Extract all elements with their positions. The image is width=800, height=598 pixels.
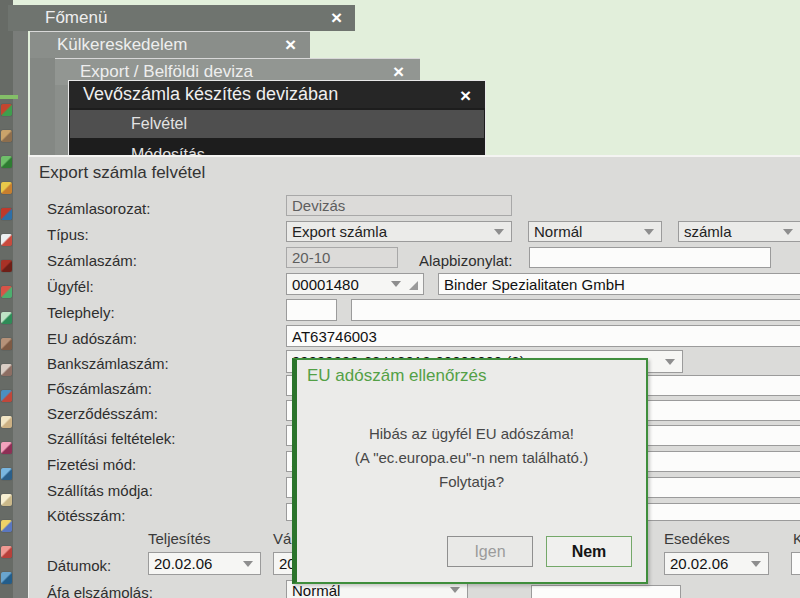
label-szamlaszam: Számlaszám: (47, 252, 137, 269)
label-szallitasi-feltetelek: Szállítási feltételek: (47, 430, 175, 447)
datum-esedekes-value: 20.02.06 (670, 555, 728, 572)
chevron-down-icon (494, 229, 504, 235)
field-alapbizonylat[interactable] (529, 247, 771, 268)
label-alapbizonylat: Alapbizonylat: (419, 252, 512, 269)
no-button[interactable]: Nem (546, 536, 632, 567)
combo-normal-value: Normál (534, 223, 582, 240)
notes-green-icon[interactable] (1, 312, 12, 324)
combo-ugyfel-kod[interactable]: 00001480 (286, 273, 424, 295)
dialog-message-line2: (A "ec.europa.eu"-n nem található.) (297, 446, 646, 470)
book-red-icon[interactable] (1, 208, 12, 220)
label-szerzodesszam: Szerződésszám: (47, 405, 158, 422)
tools-icon[interactable] (1, 468, 12, 480)
label-fizetesi-mod: Fizetési mód: (47, 456, 136, 473)
green-divider (0, 95, 18, 99)
label-ugyfel: Ügyfél: (47, 278, 94, 295)
kulker-title-bar[interactable]: Külkereskedelem (30, 32, 310, 58)
field-eu-adoszam[interactable]: AT63746003 (286, 325, 800, 347)
field-telephely-1[interactable] (286, 299, 337, 321)
ugyfel-kod-value: 00001480 (292, 276, 359, 293)
label-kotesszam: Kötésszám: (47, 507, 125, 524)
header-esedekes: Esedékes (664, 530, 730, 547)
combo-datum-esedekes[interactable]: 20.02.06 (664, 552, 769, 575)
field-szamlasorozat[interactable]: Devizás (286, 195, 512, 216)
crate-icon[interactable] (1, 130, 12, 142)
combo-tipus-normal[interactable]: Normál (528, 221, 662, 242)
vevo-title: Vevőszámla készítés devizában (69, 84, 338, 105)
person-icon[interactable] (1, 442, 12, 454)
icon-strip (0, 0, 13, 598)
basket-icon[interactable] (1, 104, 12, 116)
label-eu-adoszam: EU adószám: (47, 330, 137, 347)
box-yellow-icon[interactable] (1, 520, 12, 532)
vevo-close-icon[interactable]: × (460, 84, 471, 108)
label-afa-elszamolas: Áfa elszámolás: (47, 584, 153, 598)
menu-item-felvetel[interactable]: Felvétel (70, 110, 484, 138)
card-icon[interactable] (1, 234, 12, 246)
chevron-down-icon (751, 561, 761, 567)
label-foszamlaszam: Főszámlaszám: (47, 380, 152, 397)
fomenu-title: Főmenü (8, 8, 107, 28)
vevo-title-bar[interactable]: Vevőszámla készítés devizában (69, 81, 485, 108)
book-dark-icon[interactable] (1, 260, 12, 272)
yes-button[interactable]: Igen (447, 536, 533, 567)
chevron-down-icon (665, 359, 675, 365)
field-afa-extra[interactable] (531, 585, 681, 598)
dialog-message-line1: Hibás az ügyfél EU adószáma! (297, 422, 646, 446)
kulker-title: Külkereskedelem (30, 35, 187, 55)
form-title: Export számla felvétel (39, 163, 205, 183)
window-cascade-band (13, 5, 28, 598)
house-icon[interactable] (1, 390, 12, 402)
coins-icon[interactable] (1, 182, 12, 194)
chevron-down-icon (783, 229, 793, 235)
combo-tipus-value: Export számla (292, 223, 387, 240)
package-icon[interactable] (1, 338, 12, 350)
label-bankszamlaszam: Bankszámlaszám: (47, 355, 169, 372)
label-szamlasorozat: Számlasorozat: (47, 200, 150, 217)
chevron-down-icon (391, 281, 401, 287)
field-datum-k[interactable] (791, 552, 800, 575)
datum-teljesites-value: 20.02.06 (154, 555, 212, 572)
book-blue-icon[interactable] (1, 572, 12, 584)
field-telephely-2[interactable] (351, 299, 800, 321)
dialog-title: EU adószám ellenőrzés (307, 366, 487, 386)
dialog-message-line3: Folytatja? (297, 470, 646, 494)
envelope-icon[interactable] (1, 416, 12, 428)
header-teljesites: Teljesítés (148, 530, 211, 547)
chart-bars-icon[interactable] (1, 286, 12, 298)
label-datumok: Dátumok: (47, 557, 111, 574)
dialog-eu-adoszam-ellenorzes: EU adószám ellenőrzés Hibás az ügyfél EU… (292, 358, 648, 584)
fomenu-close-icon[interactable]: × (331, 6, 342, 30)
combo-tipus[interactable]: Export számla (286, 221, 512, 242)
dialog-message: Hibás az ügyfél EU adószáma! (A "ec.euro… (297, 422, 646, 494)
chevron-down-icon (243, 561, 253, 567)
chevron-down-icon (450, 587, 460, 593)
fomenu-title-bar[interactable]: Főmenü (8, 5, 355, 31)
label-telephely: Telephely: (47, 304, 115, 321)
label-szallitas-modja: Szállítás módja: (47, 482, 153, 499)
header-vallalt: Vá (273, 530, 291, 547)
combo-datum-teljesites[interactable]: 20.02.06 (148, 552, 261, 575)
resize-corner-icon[interactable] (409, 281, 418, 290)
ledger-icon[interactable] (1, 364, 12, 376)
label-tipus: Típus: (47, 226, 89, 243)
export-title: Export / Belföldi deviza (55, 62, 253, 82)
window-vevoszamla: Vevőszámla készítés devizában × Felvétel… (68, 80, 486, 158)
window-fomenu: Főmenü × (8, 5, 355, 31)
combo-szamla-value: számla (684, 223, 732, 240)
plant-icon[interactable] (1, 156, 12, 168)
header-k: K (793, 530, 800, 547)
chevron-down-icon (644, 229, 654, 235)
field-szamlaszam[interactable]: 20-10 (286, 247, 398, 268)
kulker-close-icon[interactable]: × (285, 33, 296, 57)
flower-pink-icon[interactable] (1, 546, 12, 558)
combo-tipus-szamla[interactable]: számla (678, 221, 800, 242)
document-icon[interactable] (1, 494, 12, 506)
field-ugyfel-nev[interactable]: Binder Spezialitaten GmbH (438, 273, 800, 295)
